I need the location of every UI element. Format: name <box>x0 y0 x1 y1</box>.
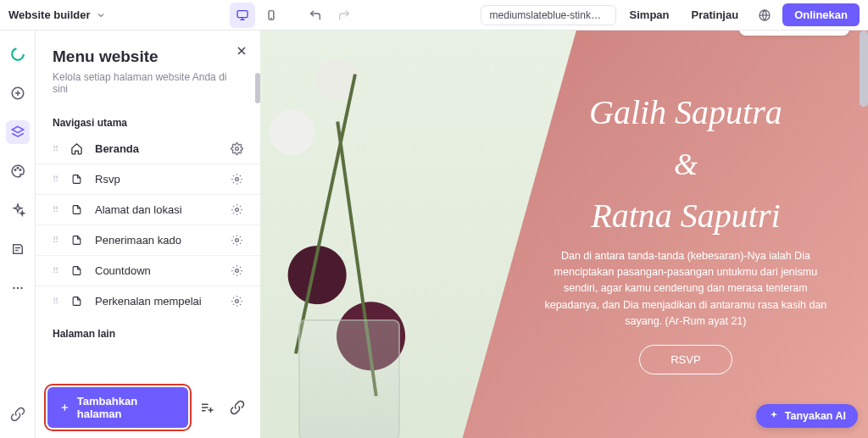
redo-icon <box>337 8 351 22</box>
note-icon <box>10 241 25 257</box>
couple-name-1: Galih Saputra <box>589 94 782 131</box>
add-dropdown-button[interactable] <box>197 396 219 419</box>
gear-icon <box>231 142 243 155</box>
toolrail-style[interactable] <box>6 159 30 183</box>
svg-marker-10 <box>12 126 24 133</box>
builder-label: Website builder <box>8 8 91 21</box>
sidepanel-header: Menu website Kelola setiap halaman websi… <box>36 30 260 105</box>
website-builder-dropdown[interactable]: Website builder <box>8 8 106 21</box>
topbar-right: mediumslateblue-stinkbug-3… Simpan Prati… <box>481 3 860 28</box>
device-desktop-button[interactable] <box>230 3 255 28</box>
home-icon <box>70 142 83 155</box>
nav-item-rsvp[interactable]: ⠿ Rsvp <box>36 164 260 195</box>
file-icon <box>70 264 83 277</box>
toolrail-blog[interactable] <box>6 237 30 261</box>
save-button[interactable]: Simpan <box>621 3 678 26</box>
drag-handle-icon[interactable]: ⠿ <box>53 238 58 242</box>
nav-item-countdown[interactable]: ⠿ Countdown <box>36 256 260 286</box>
nav-item-label: Penerimaan kado <box>95 234 219 247</box>
toolrail-logo[interactable] <box>6 42 30 66</box>
undo-icon <box>309 8 322 22</box>
gear-icon <box>231 234 243 247</box>
file-icon <box>70 203 83 216</box>
svg-point-26 <box>236 300 239 303</box>
svg-point-17 <box>16 287 18 289</box>
file-icon <box>70 234 83 247</box>
dots-icon <box>10 280 25 296</box>
drag-handle-icon[interactable]: ⠿ <box>53 299 58 303</box>
page-settings-button[interactable] <box>231 295 243 308</box>
list-plus-icon <box>199 400 214 415</box>
svg-point-13 <box>19 169 21 171</box>
gear-icon <box>231 203 243 216</box>
svg-point-12 <box>17 168 19 169</box>
preview-button[interactable]: Pratinjau <box>683 3 748 26</box>
close-icon <box>235 44 248 58</box>
svg-point-21 <box>236 147 239 151</box>
svg-point-11 <box>14 169 16 171</box>
globe-button[interactable] <box>752 3 777 28</box>
undo-button[interactable] <box>303 3 328 28</box>
toolrail-add[interactable] <box>6 81 30 105</box>
sparkle-icon <box>768 410 780 422</box>
panel-title: Menu website <box>53 47 243 66</box>
nav-item-alamat[interactable]: ⠿ Alamat dan lokasi <box>36 195 260 225</box>
toolrail-more[interactable] <box>6 276 30 300</box>
nav-item-label: Rsvp <box>95 173 219 186</box>
rsvp-button[interactable]: RSVP <box>639 345 732 374</box>
svg-point-16 <box>13 287 14 289</box>
page-settings-button[interactable] <box>231 203 243 216</box>
toolrail-pages[interactable] <box>6 120 30 144</box>
nav-item-kado[interactable]: ⠿ Penerimaan kado <box>36 225 260 256</box>
svg-point-22 <box>236 178 239 181</box>
nav-item-perkenalan[interactable]: ⠿ Perkenalan mempelai <box>36 286 260 316</box>
add-page-button[interactable]: Tambahkan halaman <box>47 387 188 428</box>
gear-icon <box>231 173 243 186</box>
nav-item-label: Beranda <box>95 142 219 155</box>
flower-stem <box>294 74 357 353</box>
sparkle-icon <box>10 202 25 218</box>
ampersand: & <box>674 147 698 182</box>
nav-item-beranda[interactable]: ⠿ Beranda <box>36 134 260 164</box>
page-settings-button[interactable] <box>231 264 243 277</box>
gear-icon <box>231 295 243 308</box>
drag-handle-icon[interactable]: ⠿ <box>53 208 58 212</box>
device-mobile-button[interactable] <box>259 3 284 28</box>
file-icon <box>70 295 83 308</box>
svg-rect-0 <box>237 10 248 17</box>
svg-point-23 <box>236 208 239 212</box>
sidepanel: Menu website Kelola setiap halaman websi… <box>36 30 260 438</box>
panel-description: Kelola setiap halaman website Anda di si… <box>53 71 243 95</box>
other-pages-label: Halaman lain <box>36 316 260 345</box>
drag-handle-icon[interactable]: ⠿ <box>53 269 58 273</box>
drag-handle-icon[interactable]: ⠿ <box>53 147 58 151</box>
globe-icon <box>758 8 771 22</box>
svg-point-6 <box>12 48 24 60</box>
palette-icon <box>10 164 25 179</box>
couple-name-2: Ratna Saputri <box>591 197 780 235</box>
file-icon <box>70 173 83 186</box>
drag-handle-icon[interactable]: ⠿ <box>53 177 58 181</box>
page-settings-button[interactable] <box>231 173 243 186</box>
ask-ai-button[interactable]: Tanyakan AI <box>756 404 858 428</box>
site-name-pill[interactable]: mediumslateblue-stinkbug-3… <box>481 5 616 25</box>
redo-button[interactable] <box>331 3 357 28</box>
link-icon <box>230 400 245 415</box>
canvas-scrollbar-thumb[interactable] <box>860 30 868 107</box>
canvas-scrollbar-track[interactable] <box>860 30 868 438</box>
close-panel-button[interactable] <box>235 44 248 58</box>
toolrail <box>0 30 36 438</box>
page-settings-button[interactable] <box>231 142 243 155</box>
add-link-button[interactable] <box>226 396 248 419</box>
toolrail-link[interactable] <box>6 402 30 426</box>
nav-item-label: Perkenalan mempelai <box>95 295 219 308</box>
toolrail-ai[interactable] <box>6 198 30 222</box>
hero-paragraph: Dan di antara tanda-tanda (kebesaran)-Ny… <box>537 248 834 330</box>
page-settings-button[interactable] <box>231 234 243 247</box>
link-icon <box>10 407 25 422</box>
brand-icon <box>10 47 25 62</box>
hero-section[interactable]: Galih Saputra & Ratna Saputri Dan di ant… <box>260 30 868 438</box>
topbar-left: Website builder <box>8 8 106 21</box>
topbar-center <box>111 3 476 28</box>
publish-button[interactable]: Onlinekan <box>782 3 860 26</box>
